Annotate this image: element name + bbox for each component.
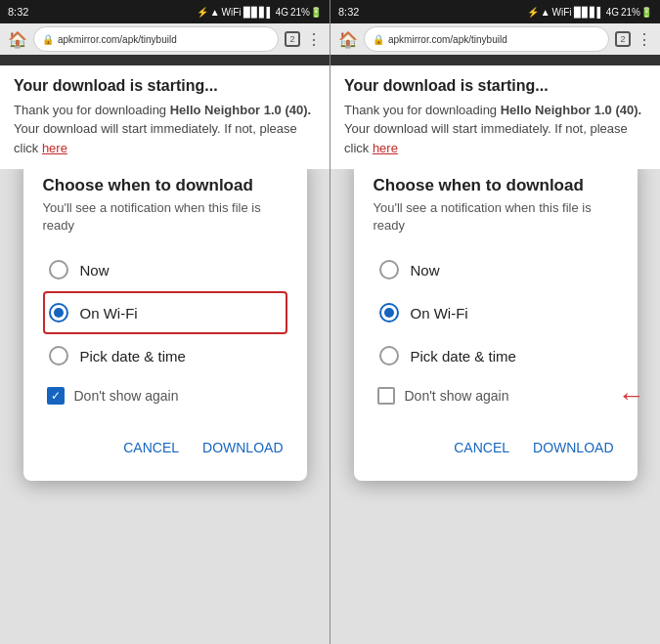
radio-circle-wifi-left: [49, 303, 68, 322]
more-icon-right[interactable]: ⋮: [637, 30, 652, 49]
radio-circle-schedule-left: [49, 346, 68, 365]
modal-left: Choose when to download You'll see a not…: [23, 156, 307, 481]
download-link-left[interactable]: here: [42, 141, 67, 155]
radio-option-schedule-left[interactable]: Pick date & time: [43, 334, 287, 377]
radio-circle-now-right: [379, 260, 399, 279]
browser-tab-bar-left: 🏠 🔒 apkmirror.com/apk/tinybuild 2 ⋮: [0, 23, 330, 55]
status-bar-left: 8:32 ⚡ ▲ WiFi ▉▊▋▌ 4G 21%🔋: [0, 0, 330, 23]
right-panel: 8:32 ⚡ ▲ WiFi ▉▊▋▌ 4G 21%🔋 🏠 🔒 apkmirror…: [330, 0, 660, 644]
radio-label-wifi-right: On Wi-Fi: [411, 305, 468, 322]
battery-text: 4G: [276, 7, 288, 18]
network-icon-right: ▲: [541, 7, 550, 18]
radio-option-now-right[interactable]: Now: [374, 248, 618, 291]
radio-label-schedule-left: Pick date & time: [80, 348, 186, 365]
checkbox-row-left[interactable]: Don't show again: [43, 377, 287, 414]
left-panel: 8:32 ⚡ ▲ WiFi ▉▊▋▌ 4G 21%🔋 🏠 🔒 apkmirror…: [0, 0, 330, 644]
signal-icon-right: ▉▊▋▌: [574, 7, 604, 18]
download-notification-left: Your download is starting... Thank you f…: [0, 65, 330, 170]
modal-subtitle-right: You'll see a notification when this file…: [374, 199, 618, 235]
cancel-button-left[interactable]: Cancel: [119, 434, 183, 461]
checkbox-right[interactable]: [377, 387, 395, 405]
url-bar-right[interactable]: 🔒 apkmirror.com/apk/tinybuild: [364, 26, 609, 52]
download-notification-right: Your download is starting... Thank you f…: [330, 65, 660, 170]
wifi-icon-right: WiFi: [552, 7, 572, 18]
page-bg-right: Hello Neighbor 1.0 (40) By tinyBuild Cho…: [330, 98, 660, 169]
page-bg-left: Hello Neighbor 1.0 (40) By tinyBuild Cho…: [0, 98, 330, 169]
download-button-left[interactable]: Download: [198, 434, 286, 461]
battery-icon: 21%🔋: [290, 7, 322, 18]
modal-title-left: Choose when to download: [43, 176, 287, 195]
wifi-icon: WiFi: [222, 7, 242, 18]
browser-tab-bar-right: 🏠 🔒 apkmirror.com/apk/tinybuild 2 ⋮: [330, 23, 660, 55]
radio-option-wifi-left[interactable]: On Wi-Fi: [43, 291, 287, 334]
checkbox-row-right[interactable]: Don't show again: [374, 377, 618, 414]
download-link-right[interactable]: here: [373, 141, 398, 155]
tab-badge-left[interactable]: 2: [285, 31, 300, 47]
radio-option-schedule-right[interactable]: Pick date & time: [374, 334, 618, 377]
radio-circle-now-left: [49, 260, 68, 279]
radio-label-schedule-right: Pick date & time: [411, 348, 516, 365]
app-bold-name-right: Hello Neighbor 1.0 (40).: [501, 103, 641, 117]
modal-title-right: Choose when to download: [374, 176, 618, 195]
modal-subtitle-left: You'll see a notification when this file…: [43, 199, 287, 235]
download-notification-title-right: Your download is starting...: [344, 77, 646, 95]
bluetooth-icon-right: ⚡: [527, 7, 539, 18]
cancel-button-right[interactable]: Cancel: [450, 434, 513, 461]
download-notification-body-left: Thank you for downloading Hello Neighbor…: [14, 101, 316, 158]
checkbox-left[interactable]: [47, 387, 65, 405]
modal-actions-right: Cancel Download: [374, 426, 618, 461]
home-icon-right: 🏠: [338, 30, 358, 49]
status-icons-right: ⚡ ▲ WiFi ▉▊▋▌ 4G 21%🔋: [527, 7, 652, 18]
download-notification-body-right: Thank you for downloading Hello Neighbor…: [344, 101, 646, 158]
radio-label-now-right: Now: [411, 262, 440, 279]
lock-icon-right: 🔒: [373, 34, 384, 45]
checkbox-container-right: Don't show again ←: [374, 377, 618, 414]
battery-icon-right: 21%🔋: [621, 7, 652, 18]
red-arrow-indicator: ←: [618, 380, 645, 411]
time-right: 8:32: [338, 6, 359, 18]
download-notification-title-left: Your download is starting...: [14, 77, 316, 95]
time-left: 8:32: [8, 6, 28, 18]
url-text-left: apkmirror.com/apk/tinybuild: [58, 34, 177, 45]
bluetooth-icon: ⚡: [197, 7, 208, 18]
battery-text-right: 4G: [606, 7, 619, 18]
checkbox-label-left: Don't show again: [74, 388, 179, 404]
radio-option-now-left[interactable]: Now: [43, 248, 287, 291]
home-icon-left: 🏠: [8, 30, 27, 49]
url-bar-left[interactable]: 🔒 apkmirror.com/apk/tinybuild: [33, 26, 279, 52]
more-icon-left[interactable]: ⋮: [306, 30, 322, 49]
status-bar-right: 8:32 ⚡ ▲ WiFi ▉▊▋▌ 4G 21%🔋: [330, 0, 660, 23]
url-text-right: apkmirror.com/apk/tinybuild: [388, 34, 507, 45]
app-bold-name-left: Hello Neighbor 1.0 (40).: [170, 103, 311, 117]
download-button-right[interactable]: Download: [529, 434, 617, 461]
radio-circle-schedule-right: [379, 346, 399, 365]
radio-circle-wifi-right: [379, 303, 399, 322]
radio-label-now-left: Now: [80, 262, 110, 279]
modal-right: Choose when to download You'll see a not…: [354, 156, 638, 481]
modal-actions-left: Cancel Download: [43, 426, 287, 461]
radio-option-wifi-right[interactable]: On Wi-Fi: [374, 291, 618, 334]
network-icon: ▲: [210, 7, 220, 18]
lock-icon-left: 🔒: [42, 34, 54, 45]
radio-label-wifi-left: On Wi-Fi: [80, 305, 138, 322]
tab-badge-right[interactable]: 2: [615, 31, 631, 47]
checkbox-label-right: Don't show again: [405, 388, 509, 404]
status-icons-left: ⚡ ▲ WiFi ▉▊▋▌ 4G 21%🔋: [197, 7, 322, 18]
signal-icon: ▉▊▋▌: [243, 7, 274, 18]
